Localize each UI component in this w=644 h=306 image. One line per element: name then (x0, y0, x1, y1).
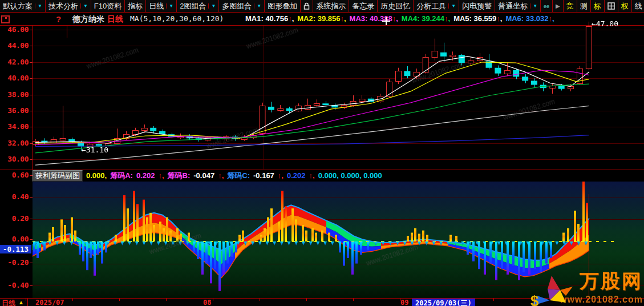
divider (27, 299, 28, 306)
time-tick (447, 299, 447, 301)
arrow-right-icon[interactable]: ▶ (553, 0, 564, 12)
menu-bar: 默认方案▼技术分析▼F10资料指标日线▼2图组合▼多图组合▼图形叠加系统指示备忘… (0, 0, 644, 13)
price-axis-label: 36.00 (0, 106, 29, 115)
time-tick (166, 299, 167, 301)
indicator-header: 获利筹码副图 0.000,筹码A:0.202↑,筹码B:-0.047↑,筹码C:… (33, 171, 382, 180)
period-marker-icon: ▲ (18, 299, 24, 305)
indicator-title[interactable]: 获利筹码副图 (33, 170, 83, 182)
time-tick (587, 299, 588, 301)
menu-item-2[interactable]: F10资料 (91, 0, 125, 12)
menu-item-10[interactable]: 备忘录 (349, 0, 378, 12)
menu-item-15[interactable]: ee (541, 0, 553, 12)
menu-item-17[interactable]: 竞 (564, 0, 577, 12)
axis-tick (30, 175, 33, 176)
indicator-value: -0.167 (253, 171, 274, 180)
price-axis-label: 30.00 (0, 155, 29, 163)
current-value-badge: -0.113 (0, 245, 31, 253)
date-label: 2025/07 (35, 299, 64, 306)
time-tick (119, 299, 120, 301)
highlighted-date: 2025/09/03(三) (412, 299, 475, 306)
menu-item-label: 竞 (566, 1, 574, 11)
indicator-value: 0.000, 0.000, 0.000 (318, 171, 382, 180)
chevron-down-icon[interactable]: ▼ (166, 3, 173, 9)
indicator-chart[interactable] (33, 182, 644, 298)
indicator-axis-label: 0.40 (0, 192, 29, 201)
menu-item-label: 闪电预警 (462, 1, 492, 11)
time-tick (26, 299, 26, 301)
menu-item-label: ee (544, 3, 549, 9)
menu-item-7[interactable]: 图形叠加 (265, 0, 301, 12)
menu-item-label: F10资料 (94, 1, 121, 11)
time-tick (72, 299, 73, 301)
time-tick (306, 299, 307, 301)
chevron-down-icon[interactable]: ▼ (35, 3, 42, 9)
menu-item-5[interactable]: 2图组合▼ (177, 0, 219, 12)
high-annotation: ←47.00 (592, 19, 618, 28)
chevron-down-icon[interactable]: ▼ (530, 3, 537, 9)
menu-item-4[interactable]: 日线▼ (146, 0, 177, 12)
menu-item-label: 图形叠加 (268, 1, 297, 11)
indicator-value: 0.202 (287, 171, 306, 180)
window-restore-icon[interactable] (1, 15, 10, 23)
menu-item-label: 技术分析 (48, 1, 78, 11)
lock-icon[interactable] (301, 0, 313, 12)
menu-item-11[interactable]: 历史回忆 (378, 0, 414, 12)
date-label: 09 (400, 299, 408, 306)
menu-item-12[interactable]: 分析工具▼ (414, 0, 459, 12)
menu-item-label: 备忘录 (352, 1, 374, 11)
menu-item-19[interactable]: 标 (591, 0, 605, 12)
time-tick (353, 299, 354, 301)
menu-item-13[interactable]: 闪电预警 (459, 0, 495, 12)
menu-item-label: 权 (621, 1, 629, 11)
grid-plus-icon[interactable] (605, 0, 618, 12)
menu-item-label: 分析工具 (416, 1, 446, 11)
indicator-value: 筹码B: (168, 171, 191, 181)
menu-item-1[interactable]: 技术分析▼ (46, 0, 91, 12)
menu-item-label: 测 (580, 1, 588, 11)
menu-item-label: 指标 (128, 1, 143, 11)
time-tick (493, 299, 494, 301)
menu-item-0[interactable]: 默认方案▼ (0, 0, 46, 12)
chevron-down-icon[interactable]: ▼ (80, 3, 88, 9)
price-axis-label: 42.00 (0, 58, 29, 66)
price-axis-label: 46.00 (0, 25, 29, 34)
indicator-value: ↑, (309, 171, 315, 180)
candlestick-chart[interactable] (33, 17, 644, 171)
menu-item-label: 普通坐标 (498, 1, 528, 11)
menu-item-label: 日线 (149, 1, 164, 11)
indicator-axis-label: -0.20 (0, 258, 29, 267)
indicator-value: 筹码C: (227, 171, 250, 181)
menu-item-18[interactable]: 测 (577, 0, 591, 12)
status-period[interactable]: 日线 (2, 299, 15, 306)
price-axis-label: 38.00 (0, 90, 29, 99)
chevron-down-icon[interactable]: ▼ (254, 3, 261, 9)
menu-item-6[interactable]: 多图组合▼ (219, 0, 265, 12)
chevron-down-icon[interactable]: ▼ (448, 3, 456, 9)
menu-item-14[interactable]: 普通坐标▼ (495, 0, 541, 12)
menu-item-3[interactable]: 指标 (125, 0, 146, 12)
status-bar: 日线 ▲ 2025/09/03(三) 2025/070809 (0, 299, 644, 306)
menu-item-9[interactable]: 系统指示 (313, 0, 349, 12)
indicator-value: ↑, (158, 171, 164, 180)
time-tick (260, 299, 260, 301)
menu-item-label: 系统指示 (316, 1, 346, 11)
menu-item-label: 线 (635, 1, 642, 11)
price-axis-label: 34.00 (0, 122, 29, 131)
menu-item-label: 2图组合 (180, 1, 206, 11)
price-axis-label: 40.00 (0, 74, 29, 82)
indicator-value: ↑, (218, 171, 224, 180)
indicator-value: 0.202 (136, 171, 155, 180)
indicator-value: 0.000, (86, 171, 107, 180)
chevron-down-icon[interactable]: ▼ (208, 3, 216, 9)
indicator-value: 筹码A: (110, 171, 133, 181)
low-annotation: ←31.10 (82, 146, 108, 154)
menu-item-label: 标 (594, 1, 601, 11)
time-tick (213, 299, 213, 301)
date-label: 08 (203, 299, 211, 306)
menu-item-label: 历史回忆 (380, 1, 410, 11)
menu-item-21[interactable]: 权 (618, 0, 632, 12)
menu-item-22[interactable]: 线 (632, 0, 644, 12)
indicator-axis-label: 0.60 (0, 171, 29, 179)
indicator-value: ↑, (278, 171, 283, 180)
indicator-axis-label: 0.20 (0, 214, 29, 223)
